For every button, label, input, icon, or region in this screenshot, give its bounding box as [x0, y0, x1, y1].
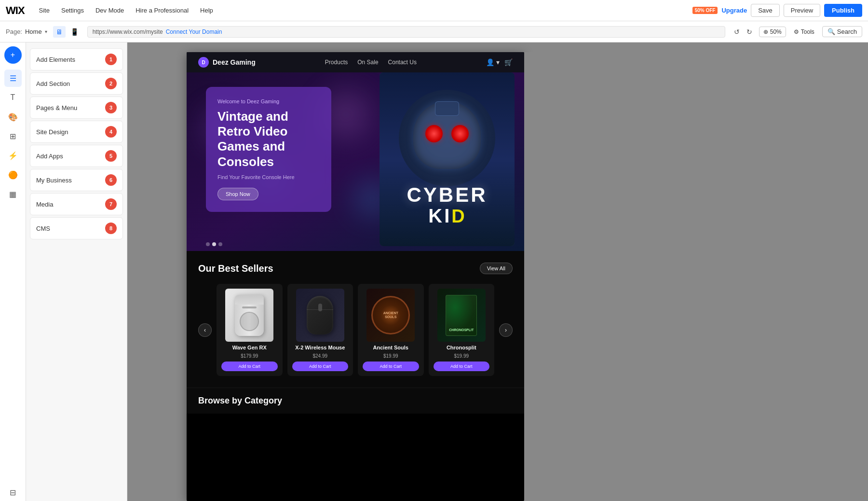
rail-table-icon[interactable]: ▦: [4, 185, 22, 203]
media-badge: 7: [105, 198, 117, 210]
site-logo: D Deez Gaming: [198, 57, 256, 68]
product-card-2: X-2 Wireless Mouse $24.99 Add to Cart: [287, 284, 353, 376]
best-sellers-title: Our Best Sellers: [198, 263, 273, 274]
gas-mask-filter: [435, 101, 459, 116]
zoom-control[interactable]: ⊕ 50%: [759, 27, 786, 37]
best-sellers-section: Our Best Sellers View All ‹: [187, 251, 524, 388]
cms-label: CMS: [36, 225, 50, 232]
hero-dot-1[interactable]: [206, 242, 210, 246]
shop-now-button[interactable]: Shop Now: [217, 188, 258, 200]
browse-category-title: Browse by Category: [198, 388, 513, 406]
add-to-cart-button-2[interactable]: Add to Cart: [292, 362, 349, 371]
gas-mask-eye-right: [451, 125, 469, 142]
menu-media[interactable]: Media 7: [30, 193, 123, 215]
add-to-cart-button-4[interactable]: Add to Cart: [434, 362, 490, 371]
carousel-next-button[interactable]: ›: [499, 323, 513, 337]
product-card-4: CHRONOSPLIT Chronosplit $19.99 Add to Ca…: [429, 284, 495, 376]
menu-add-section[interactable]: Add Section 2: [30, 72, 123, 95]
connect-domain-link[interactable]: Connect Your Domain: [166, 28, 222, 35]
site-nav-links: Products On Sale Contact Us: [325, 59, 417, 66]
carousel-prev-button[interactable]: ‹: [198, 323, 212, 337]
menu-add-elements[interactable]: Add Elements 1: [30, 48, 123, 70]
site-header: D Deez Gaming Products On Sale Contact U…: [187, 52, 524, 72]
tools-button[interactable]: ⚙ Tools: [790, 27, 818, 37]
menu-my-business[interactable]: My Business 6: [30, 169, 123, 191]
rail-plugin-icon[interactable]: ⚡: [4, 147, 22, 164]
pages-menu-badge: 3: [105, 102, 117, 113]
add-section-badge: 2: [105, 78, 117, 89]
cyber-text: CYBER KID: [380, 185, 515, 227]
preview-button[interactable]: Preview: [784, 4, 820, 17]
menu-site-design[interactable]: Site Design 4: [30, 121, 123, 143]
add-to-cart-button-3[interactable]: Add to Cart: [363, 362, 419, 371]
add-elements-label: Add Elements: [36, 56, 75, 63]
rail-layers-icon[interactable]: ⊟: [4, 484, 22, 501]
save-button[interactable]: Save: [751, 4, 780, 17]
top-nav-bar: WIX Site Settings Dev Mode Hire a Profes…: [0, 0, 868, 21]
rail-menu-icon[interactable]: ☰: [4, 70, 22, 87]
search-button[interactable]: 🔍 Search: [822, 26, 862, 37]
menu-cms[interactable]: CMS 8: [30, 217, 123, 239]
icon-rail: + ☰ T 🎨 ⊞ ⚡ 🟠 ▦ ⊟: [0, 42, 26, 501]
site-nav-onsale[interactable]: On Sale: [357, 59, 378, 66]
page-label: Page:: [6, 28, 22, 35]
nav-hire-professional[interactable]: Hire a Professional: [131, 5, 193, 16]
hero-dot-2[interactable]: [212, 242, 216, 246]
product-price-1: $179.99: [241, 353, 258, 359]
product-card-1: Wave Gen RX $179.99 Add to Cart: [217, 284, 283, 376]
desktop-view-button[interactable]: 🖥: [53, 26, 66, 38]
product-price-4: $19.99: [454, 353, 469, 359]
mobile-view-button[interactable]: 📱: [68, 26, 81, 38]
browse-category-section: Browse by Category: [187, 388, 524, 414]
gas-mask-figure: [408, 98, 486, 185]
rail-text-icon[interactable]: T: [4, 89, 22, 106]
rail-grid-icon[interactable]: ⊞: [4, 127, 22, 145]
hero-card: Welcome to Deez Gaming Vintage and Retro…: [206, 87, 331, 212]
tools-label: Tools: [801, 28, 814, 35]
tools-icon: ⚙: [794, 28, 799, 35]
undo-button[interactable]: ↺: [731, 26, 743, 38]
redo-button[interactable]: ↻: [744, 26, 755, 38]
menu-pages-menu[interactable]: Pages & Menu 3: [30, 97, 123, 119]
rail-media-icon[interactable]: 🟠: [4, 166, 22, 183]
site-design-badge: 4: [105, 126, 117, 138]
cart-icon[interactable]: 🛒: [504, 58, 513, 66]
add-apps-label: Add Apps: [36, 153, 63, 160]
wix-logo: WIX: [6, 4, 25, 17]
add-to-cart-button-1[interactable]: Add to Cart: [221, 362, 278, 371]
page-selector[interactable]: Page: Home ▾: [6, 28, 47, 35]
hero-title: Vintage and Retro Video Games and Consol…: [217, 109, 320, 169]
add-button[interactable]: +: [4, 46, 22, 64]
rail-paint-icon[interactable]: 🎨: [4, 108, 22, 125]
mouse-scroll-wheel: [318, 304, 322, 311]
site-nav-products[interactable]: Products: [325, 59, 348, 66]
my-business-label: My Business: [36, 177, 72, 184]
console-top: [235, 295, 264, 305]
site-nav-contact[interactable]: Contact Us: [388, 59, 417, 66]
nav-help[interactable]: Help: [195, 5, 218, 16]
nav-settings[interactable]: Settings: [56, 5, 89, 16]
editor-toolbar: Page: Home ▾ 🖥 📱 https://www.wix.com/mys…: [0, 21, 868, 42]
undo-redo-group: ↺ ↻: [731, 26, 755, 38]
hero-dots: [206, 242, 222, 246]
pages-menu-label: Pages & Menu: [36, 104, 77, 111]
menu-add-apps[interactable]: Add Apps 5: [30, 145, 123, 167]
console-body: [235, 295, 264, 336]
mouse-shape: [307, 296, 333, 334]
publish-button[interactable]: Publish: [824, 4, 862, 17]
upgrade-button[interactable]: Upgrade: [721, 7, 747, 14]
nav-dev-mode[interactable]: Dev Mode: [91, 5, 129, 16]
add-elements-badge: 1: [105, 54, 117, 65]
cyber-word-ki: KI: [428, 205, 451, 226]
account-icon[interactable]: 👤 ▾: [486, 58, 500, 66]
hero-dot-3[interactable]: [218, 242, 222, 246]
right-empty-panel: [524, 52, 809, 501]
nav-site[interactable]: Site: [34, 5, 54, 16]
product-price-3: $19.99: [383, 353, 398, 359]
url-bar: https://www.wix.com/mysite Connect Your …: [87, 26, 725, 38]
product-image-2: [296, 289, 344, 342]
product-name-4: Chronosplit: [447, 345, 476, 350]
view-all-button[interactable]: View All: [480, 263, 513, 274]
product-image-4: CHRONOSPLIT: [437, 289, 486, 342]
game-disc-art: ANCIENTSOULS: [371, 296, 410, 334]
